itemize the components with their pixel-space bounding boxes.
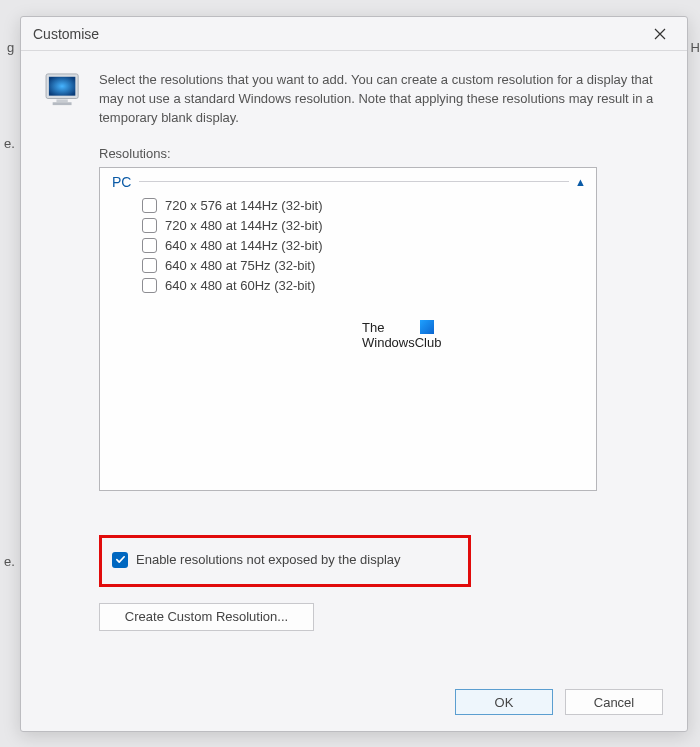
resolution-list: 720 x 576 at 144Hz (32-bit) 720 x 480 at… [100, 192, 596, 296]
close-button[interactable] [643, 20, 677, 48]
resolution-item[interactable]: 640 x 480 at 75Hz (32-bit) [142, 256, 596, 276]
watermark-text: The [362, 320, 384, 335]
resolution-checkbox[interactable] [142, 238, 157, 253]
background-text: e. [4, 136, 15, 151]
group-header-pc[interactable]: PC ▲ [100, 172, 596, 192]
intro-text: Select the resolutions that you want to … [99, 71, 663, 128]
resolution-text: 640 x 480 at 75Hz (32-bit) [165, 258, 315, 273]
resolution-text: 720 x 480 at 144Hz (32-bit) [165, 218, 323, 233]
background-text: e. [4, 554, 15, 569]
enable-resolutions-checkbox[interactable] [112, 552, 128, 568]
resolution-text: 640 x 480 at 144Hz (32-bit) [165, 238, 323, 253]
resolution-text: 720 x 576 at 144Hz (32-bit) [165, 198, 323, 213]
monitor-icon [45, 73, 83, 107]
enable-resolutions-row: Enable resolutions not exposed by the di… [99, 535, 471, 587]
resolution-item[interactable]: 720 x 576 at 144Hz (32-bit) [142, 196, 596, 216]
resolution-item[interactable]: 640 x 480 at 60Hz (32-bit) [142, 276, 596, 296]
resolution-item[interactable]: 640 x 480 at 144Hz (32-bit) [142, 236, 596, 256]
dialog-footer: OK Cancel [45, 675, 663, 715]
close-icon [654, 28, 666, 40]
svg-rect-1 [49, 77, 75, 96]
cancel-button[interactable]: Cancel [565, 689, 663, 715]
svg-rect-2 [56, 99, 67, 102]
resolutions-listbox[interactable]: PC ▲ 720 x 576 at 144Hz (32-bit) 720 x 4… [99, 167, 597, 491]
resolution-checkbox[interactable] [142, 258, 157, 273]
cancel-label: Cancel [594, 695, 634, 710]
group-divider [139, 181, 569, 182]
titlebar: Customise [21, 17, 687, 51]
watermark-logo-icon [420, 320, 434, 334]
resolution-checkbox[interactable] [142, 198, 157, 213]
background-text: g [7, 40, 14, 55]
resolutions-label: Resolutions: [99, 146, 663, 161]
chevron-up-icon: ▲ [569, 176, 586, 188]
create-button-label: Create Custom Resolution... [125, 609, 288, 624]
watermark-text: WindowsClub [362, 335, 441, 350]
enable-resolutions-label: Enable resolutions not exposed by the di… [136, 552, 401, 567]
watermark: The WindowsClub [362, 320, 441, 350]
ok-button[interactable]: OK [455, 689, 553, 715]
ok-label: OK [495, 695, 514, 710]
create-custom-resolution-button[interactable]: Create Custom Resolution... [99, 603, 314, 631]
dialog-body: Select the resolutions that you want to … [21, 51, 687, 731]
customise-dialog: Customise Select the resolutions that yo… [20, 16, 688, 732]
resolution-checkbox[interactable] [142, 218, 157, 233]
checkmark-icon [115, 554, 126, 565]
group-label: PC [112, 174, 131, 190]
resolution-checkbox[interactable] [142, 278, 157, 293]
svg-rect-3 [53, 102, 72, 105]
resolution-item[interactable]: 720 x 480 at 144Hz (32-bit) [142, 216, 596, 236]
resolution-text: 640 x 480 at 60Hz (32-bit) [165, 278, 315, 293]
dialog-title: Customise [31, 26, 643, 42]
